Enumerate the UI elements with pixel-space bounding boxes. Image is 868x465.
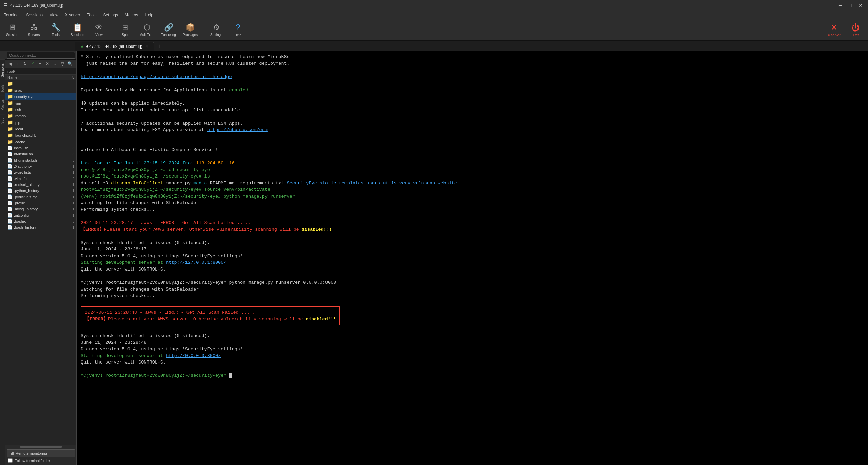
sidebar-item-sessions[interactable]: Sessions <box>0 60 5 81</box>
terminal[interactable]: * Strictly confined Kubernetes makes edg… <box>77 51 868 465</box>
list-item[interactable]: 📄 .profile 1 <box>5 200 76 206</box>
list-item[interactable]: 📁 .plp <box>5 119 76 126</box>
list-item[interactable]: 📁 .vim <box>5 100 76 106</box>
sessions-button[interactable]: 📋 Sessions <box>68 20 87 39</box>
list-item[interactable]: 📄 .bash_history 1 <box>5 224 76 230</box>
list-item[interactable]: 📁 .launchpadlib <box>5 132 76 138</box>
file-icon: 📄 <box>7 194 13 199</box>
filebrowser-list[interactable]: 📁 .. 📁 snap 📁 security-eye 📁 .vim 📁 .ssh… <box>5 80 76 445</box>
remote-monitoring-button[interactable]: 🖥 Remote monitoring <box>7 449 75 457</box>
fb-newfile-button[interactable]: + <box>37 60 43 67</box>
menu-sessions[interactable]: Sessions <box>23 12 45 18</box>
terminal-line: (venv) root@iZf8zjfeutx2vqw0n80yijZ:~/se… <box>81 193 864 200</box>
menu-view[interactable]: View <box>47 12 61 18</box>
fb-filter-button[interactable]: ▽ <box>59 60 66 67</box>
close-button[interactable]: ✕ <box>856 2 865 9</box>
list-item[interactable]: 📄 .mysql_history 1 <box>5 206 76 212</box>
menu-terminal[interactable]: Terminal <box>1 12 22 18</box>
quickconnect-input[interactable] <box>7 52 75 59</box>
exit-button[interactable]: ⏻ Exit <box>846 20 865 39</box>
multiexec-icon: ⬡ <box>144 23 150 32</box>
fb-refresh-button[interactable]: ↻ <box>22 60 28 67</box>
fb-back-button[interactable]: ◀ <box>7 60 14 67</box>
terminal-line: 2024-06-11 23:28:48 - awvs - ERROR - Get… <box>85 309 336 316</box>
follow-terminal-checkbox[interactable] <box>8 458 13 463</box>
terminal-line: To see these additional updates run: apt… <box>81 107 864 114</box>
toolbar-right: ✕ X server ⏻ Exit <box>825 20 865 39</box>
tab-close-button[interactable]: ✕ <box>144 44 149 49</box>
list-item[interactable]: 📄 .bashrc 3 <box>5 218 76 224</box>
list-item[interactable]: 📄 install.sh 3 <box>5 145 76 151</box>
follow-terminal-checkbox-container[interactable]: Follow terminal folder <box>7 457 75 464</box>
filebrowser-scrollbar[interactable] <box>5 445 76 448</box>
terminal-line: June 11, 2024 - 23:28:17 <box>81 246 864 253</box>
fb-delete-button[interactable]: ✕ <box>44 60 51 67</box>
toolbar-separator-2 <box>203 22 203 37</box>
terminal-link[interactable]: https://ubuntu.com/esm <box>207 127 268 132</box>
servers-label: Servers <box>28 33 40 37</box>
list-item[interactable]: 📄 .rediscli_history 1 <box>5 182 76 188</box>
file-icon: 📄 <box>7 152 13 156</box>
terminal-text: enabled. <box>229 88 251 93</box>
fb-sync-button[interactable]: ✓ <box>29 60 36 67</box>
file-icon: 📄 <box>7 182 13 187</box>
list-item[interactable]: 📄 .python_history 1 <box>5 188 76 194</box>
tools-button[interactable]: 🔧 Tools <box>46 20 65 39</box>
menu-xserver[interactable]: X server <box>62 12 83 18</box>
minimize-button[interactable]: ─ <box>835 2 845 9</box>
new-tab-button[interactable]: + <box>155 42 165 51</box>
active-tab[interactable]: 🖥 9 47.113.144.189 (ali_ubuntu[]) ✕ <box>75 42 154 51</box>
fb-search-button[interactable]: 🔍 <box>66 60 73 67</box>
servers-button[interactable]: 🖧 Servers <box>24 20 43 39</box>
list-item[interactable]: 📁 snap <box>5 87 76 93</box>
help-button[interactable]: ? Help <box>229 20 248 39</box>
multiexec-button[interactable]: ⬡ MultiExec <box>137 20 156 39</box>
list-item[interactable]: 📄 .pydistutils.cfg 1 <box>5 194 76 200</box>
tunneling-icon: 🔗 <box>164 23 173 32</box>
terminal-line: ^C(venv) root@iZf8zjfeutx2vqw0n80yijZ:~/… <box>81 279 864 286</box>
menu-settings[interactable]: Settings <box>101 12 121 18</box>
settings-icon: ⚙ <box>213 23 220 32</box>
menu-tools[interactable]: Tools <box>84 12 99 18</box>
fb-download-button[interactable]: ↓ <box>52 60 58 67</box>
sidebar-item-tools[interactable]: Tools <box>0 81 5 96</box>
terminal-cursor <box>229 373 232 378</box>
maximize-button[interactable]: □ <box>846 2 855 9</box>
sidebar-item-scp[interactable]: Scp <box>0 114 5 127</box>
list-item[interactable]: 📄 bt-uninstall.sh 3 <box>5 157 76 163</box>
folder-icon: 📁 <box>7 126 13 131</box>
file-icon: 📄 <box>7 219 13 224</box>
packages-button[interactable]: 📦 Packages <box>181 20 200 39</box>
list-item[interactable]: 📁 .. <box>5 80 76 87</box>
session-label: Session <box>6 33 18 37</box>
settings-button[interactable]: ⚙ Settings <box>207 20 226 39</box>
list-item[interactable]: 📄 .Xauthority 1 <box>5 163 76 169</box>
list-item[interactable]: 📁 .local <box>5 126 76 132</box>
folder-icon: 📁 <box>7 88 13 93</box>
list-item[interactable]: 📄 .wget-hsts 1 <box>5 169 76 175</box>
terminal-link[interactable]: https://ubuntu.com/engage/secure-kuberne… <box>81 74 232 79</box>
menu-help[interactable]: Help <box>142 12 156 18</box>
split-button[interactable]: ⊞ Split <box>116 20 135 39</box>
list-item[interactable]: 📄 .gitconfig 1 <box>5 212 76 218</box>
xserver-label: X server <box>828 33 840 37</box>
terminal-link[interactable]: http://127.0.0.1:8000/ <box>166 260 226 265</box>
xserver-button[interactable]: ✕ X server <box>825 20 844 39</box>
list-item[interactable]: 📁 .ssh <box>5 106 76 113</box>
list-item-cache[interactable]: 📁 .cache <box>5 138 76 145</box>
session-button[interactable]: 🖥 Session <box>3 20 22 39</box>
terminal-link[interactable]: http://0.0.0.0:8000/ <box>166 353 221 358</box>
list-item-security-eye[interactable]: 📁 security-eye <box>5 93 76 100</box>
tunneling-button[interactable]: 🔗 Tunneling <box>159 20 178 39</box>
menu-macros[interactable]: Macros <box>122 12 141 18</box>
list-item[interactable]: 📄 .viminfo 9 <box>5 175 76 182</box>
sidebar-item-macros[interactable]: Macros <box>0 96 5 114</box>
list-item[interactable]: 📄 bt-install.sh.1 3 <box>5 151 76 157</box>
terminal-line <box>81 133 864 140</box>
xserver-icon: ✕ <box>831 23 837 32</box>
terminal-line: Watching for file changes with StatReloa… <box>81 200 864 206</box>
view-button[interactable]: 👁 View <box>90 20 108 39</box>
fb-up-button[interactable]: ↑ <box>14 60 21 67</box>
list-item[interactable]: 📁 .rpmdb <box>5 113 76 119</box>
folder-icon: 📁 <box>7 139 13 144</box>
